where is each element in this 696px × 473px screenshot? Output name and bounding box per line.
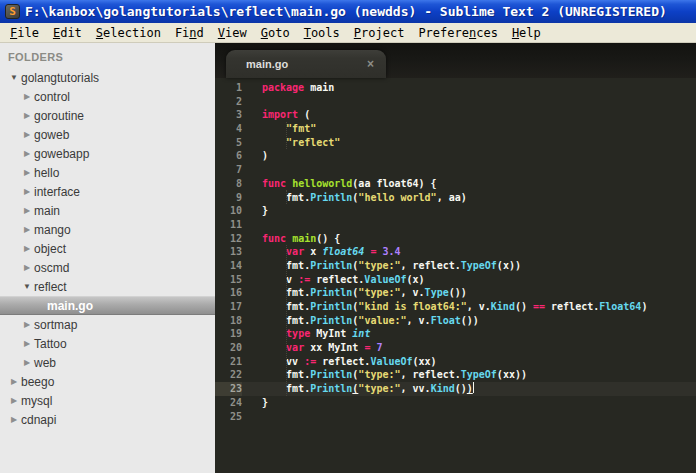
folder-collapsed-icon[interactable]: ▶ <box>20 206 34 215</box>
code-line-17[interactable]: 17 fmt.Println("kind is float64:", v.Kin… <box>215 300 696 314</box>
tree-item-hello[interactable]: ▶hello <box>0 163 215 182</box>
code-line-25[interactable]: 25 <box>215 410 696 424</box>
code-token: Println <box>310 192 352 203</box>
folder-collapsed-icon[interactable]: ▶ <box>7 377 21 386</box>
code-line-21[interactable]: 21 vv := reflect.ValueOf(xx) <box>215 355 696 369</box>
line-number: 10 <box>215 204 242 218</box>
code-token: Println <box>310 383 352 394</box>
folder-collapsed-icon[interactable]: ▶ <box>20 263 34 272</box>
code-line-7[interactable]: 7 <box>215 163 696 177</box>
menu-edit[interactable]: Edit <box>46 24 89 42</box>
code-line-14[interactable]: 14 fmt.Println("type:", reflect.TypeOf(x… <box>215 259 696 273</box>
folder-collapsed-icon[interactable]: ▶ <box>20 111 34 120</box>
folder-collapsed-icon[interactable]: ▶ <box>20 130 34 139</box>
code-line-23[interactable]: 23 fmt.Println("type:", vv.Kind()) <box>215 382 696 396</box>
folder-collapsed-icon[interactable]: ▶ <box>20 358 34 367</box>
tree-item-goweb[interactable]: ▶goweb <box>0 125 215 144</box>
code-token: MyInt <box>310 328 352 339</box>
menu-file[interactable]: File <box>3 24 46 42</box>
code-line-12[interactable]: 12func main() { <box>215 232 696 246</box>
tree-item-cdnapi[interactable]: ▶cdnapi <box>0 410 215 429</box>
code-line-4[interactable]: 4 "fmt" <box>215 122 696 136</box>
tab-label: main.go <box>246 58 367 70</box>
code-token: int <box>352 328 370 339</box>
window-title: F:\kanbox\golangtutorials\reflect\main.g… <box>25 4 667 19</box>
line-number: 16 <box>215 286 242 300</box>
code-line-6[interactable]: 6) <box>215 149 696 163</box>
code-line-1[interactable]: 1package main <box>215 81 696 95</box>
tree-item-control[interactable]: ▶control <box>0 87 215 106</box>
code-token: package <box>262 82 304 93</box>
folder-collapsed-icon[interactable]: ▶ <box>20 339 34 348</box>
code-line-11[interactable]: 11 <box>215 218 696 232</box>
code-token: () { <box>316 233 340 244</box>
tree-item-interface[interactable]: ▶interface <box>0 182 215 201</box>
tree-item-web[interactable]: ▶web <box>0 353 215 372</box>
code-token: reflect. <box>316 356 370 367</box>
menu-goto[interactable]: Goto <box>254 24 297 42</box>
code-token: vv <box>262 356 304 367</box>
tree-item-gowebapp[interactable]: ▶gowebapp <box>0 144 215 163</box>
code-token: ) <box>641 301 647 312</box>
tree-item-mysql[interactable]: ▶mysql <box>0 391 215 410</box>
tree-item-oscmd[interactable]: ▶oscmd <box>0 258 215 277</box>
tree-item-sortmap[interactable]: ▶sortmap <box>0 315 215 334</box>
code-line-9[interactable]: 9 fmt.Println("hello world", aa) <box>215 191 696 205</box>
code-token: "value:" <box>358 315 406 326</box>
code-line-16[interactable]: 16 fmt.Println("type:", v.Type()) <box>215 286 696 300</box>
code-token: "hello world" <box>358 192 436 203</box>
menu-preferences[interactable]: Preferences <box>411 24 505 42</box>
code-line-3[interactable]: 3import ( <box>215 108 696 122</box>
code-token: x <box>304 246 322 257</box>
tree-item-beego[interactable]: ▶beego <box>0 372 215 391</box>
code-line-5[interactable]: 5 "reflect" <box>215 136 696 150</box>
code-line-10[interactable]: 10} <box>215 204 696 218</box>
code-token <box>262 342 286 353</box>
title-bar: S F:\kanbox\golangtutorials\reflect\main… <box>0 0 696 23</box>
menu-help[interactable]: Help <box>505 24 548 42</box>
tree-item-mango[interactable]: ▶mango <box>0 220 215 239</box>
code-token: reflect. <box>545 301 599 312</box>
tree-item-object[interactable]: ▶object <box>0 239 215 258</box>
code-line-24[interactable]: 24} <box>215 396 696 410</box>
code-line-20[interactable]: 20 var xx MyInt = 7 <box>215 341 696 355</box>
code-token: (x)) <box>497 260 521 271</box>
menu-selection[interactable]: Selection <box>89 24 168 42</box>
code-editor[interactable]: 1package main23import (4 "fmt"5 "reflect… <box>215 78 696 473</box>
folder-collapsed-icon[interactable]: ▶ <box>20 244 34 253</box>
tree-item-reflect[interactable]: ▼reflect <box>0 277 215 296</box>
tree-item-tattoo[interactable]: ▶Tattoo <box>0 334 215 353</box>
code-token: , vv. <box>401 383 431 394</box>
code-line-15[interactable]: 15 v := reflect.ValueOf(x) <box>215 273 696 287</box>
folder-collapsed-icon[interactable]: ▶ <box>20 320 34 329</box>
indent-guide <box>286 245 287 396</box>
folder-collapsed-icon[interactable]: ▶ <box>7 396 21 405</box>
menu-view[interactable]: View <box>211 24 254 42</box>
tree-item-label: main <box>34 204 60 218</box>
menu-find[interactable]: Find <box>168 24 211 42</box>
menu-project[interactable]: Project <box>347 24 412 42</box>
menu-tools[interactable]: Tools <box>297 24 347 42</box>
code-line-18[interactable]: 18 fmt.Println("value:", v.Float()) <box>215 314 696 328</box>
folder-collapsed-icon[interactable]: ▶ <box>20 168 34 177</box>
folder-collapsed-icon[interactable]: ▶ <box>7 415 21 424</box>
tab-main-go[interactable]: main.go × <box>226 50 386 78</box>
tree-item-golangtutorials[interactable]: ▼golangtutorials <box>0 68 215 87</box>
folder-collapsed-icon[interactable]: ▶ <box>20 225 34 234</box>
folder-expanded-icon[interactable]: ▼ <box>20 282 34 291</box>
code-token: TypeOf <box>461 369 497 380</box>
tree-item-label: goroutine <box>34 109 84 123</box>
tree-item-goroutine[interactable]: ▶goroutine <box>0 106 215 125</box>
code-line-19[interactable]: 19 type MyInt int <box>215 327 696 341</box>
code-line-13[interactable]: 13 var x float64 = 3.4 <box>215 245 696 259</box>
folder-expanded-icon[interactable]: ▼ <box>7 73 21 82</box>
code-line-8[interactable]: 8func helloworld(aa float64) { <box>215 177 696 191</box>
folder-collapsed-icon[interactable]: ▶ <box>20 187 34 196</box>
tab-close-icon[interactable]: × <box>367 57 374 71</box>
tree-item-main.go[interactable]: main.go <box>0 296 215 315</box>
tree-item-main[interactable]: ▶main <box>0 201 215 220</box>
code-line-2[interactable]: 2 <box>215 95 696 109</box>
folder-collapsed-icon[interactable]: ▶ <box>20 149 34 158</box>
folder-collapsed-icon[interactable]: ▶ <box>20 92 34 101</box>
code-line-22[interactable]: 22 fmt.Println("type:", reflect.TypeOf(x… <box>215 368 696 382</box>
